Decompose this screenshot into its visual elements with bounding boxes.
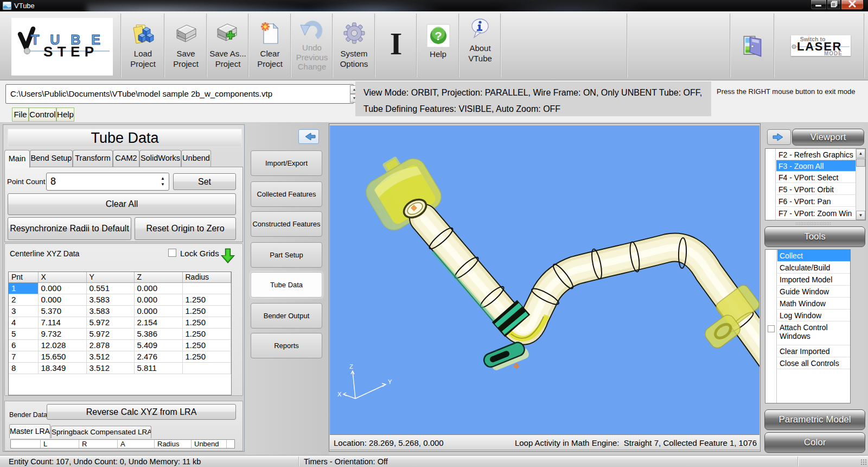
svg-text:STEP: STEP [43,43,98,60]
svg-text:X: X [337,391,342,397]
svg-text:Y: Y [388,378,392,385]
svg-text:Z: Z [349,363,353,370]
svg-text:MODE: MODE [824,51,843,56]
svg-text:?: ? [435,29,442,43]
